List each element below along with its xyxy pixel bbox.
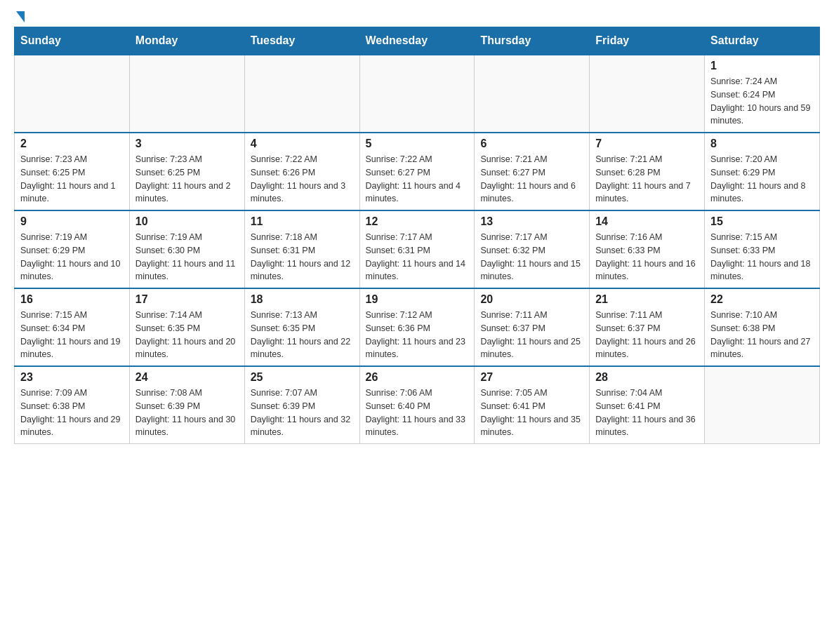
day-info: Sunrise: 7:19 AM Sunset: 6:29 PM Dayligh… (20, 231, 124, 283)
calendar-cell (590, 55, 705, 133)
day-number: 1 (710, 60, 814, 72)
day-info: Sunrise: 7:23 AM Sunset: 6:25 PM Dayligh… (135, 153, 239, 206)
logo-arrow-icon (16, 11, 25, 22)
day-number: 27 (480, 371, 583, 384)
day-info: Sunrise: 7:20 AM Sunset: 6:29 PM Dayligh… (710, 153, 814, 206)
day-info: Sunrise: 7:11 AM Sunset: 6:37 PM Dayligh… (595, 309, 699, 361)
day-number: 21 (595, 293, 699, 306)
calendar-cell: 10Sunrise: 7:19 AM Sunset: 6:30 PM Dayli… (129, 210, 244, 288)
day-number: 2 (20, 137, 124, 150)
day-number: 4 (251, 137, 354, 150)
day-info: Sunrise: 7:14 AM Sunset: 6:35 PM Dayligh… (135, 309, 239, 361)
day-info: Sunrise: 7:13 AM Sunset: 6:35 PM Dayligh… (251, 309, 354, 361)
logo (14, 14, 25, 20)
day-info: Sunrise: 7:15 AM Sunset: 6:34 PM Dayligh… (20, 309, 124, 361)
calendar-cell: 14Sunrise: 7:16 AM Sunset: 6:33 PM Dayli… (590, 210, 705, 288)
calendar-cell (705, 366, 820, 444)
calendar-cell: 26Sunrise: 7:06 AM Sunset: 6:40 PM Dayli… (359, 366, 475, 444)
calendar-cell: 1Sunrise: 7:24 AM Sunset: 6:24 PM Daylig… (705, 55, 820, 133)
calendar-header-thursday: Thursday (475, 27, 590, 55)
calendar-cell: 17Sunrise: 7:14 AM Sunset: 6:35 PM Dayli… (129, 288, 244, 366)
day-number: 19 (366, 293, 469, 306)
day-number: 10 (135, 215, 239, 228)
calendar-cell (359, 55, 475, 133)
day-number: 5 (366, 137, 469, 150)
day-number: 15 (710, 215, 814, 228)
calendar-cell: 4Sunrise: 7:22 AM Sunset: 6:26 PM Daylig… (244, 133, 359, 210)
day-info: Sunrise: 7:10 AM Sunset: 6:38 PM Dayligh… (710, 309, 814, 361)
calendar-week-4: 16Sunrise: 7:15 AM Sunset: 6:34 PM Dayli… (15, 288, 820, 366)
calendar-cell: 21Sunrise: 7:11 AM Sunset: 6:37 PM Dayli… (590, 288, 705, 366)
calendar-week-2: 2Sunrise: 7:23 AM Sunset: 6:25 PM Daylig… (15, 133, 820, 210)
day-info: Sunrise: 7:23 AM Sunset: 6:25 PM Dayligh… (20, 153, 124, 206)
calendar-cell: 2Sunrise: 7:23 AM Sunset: 6:25 PM Daylig… (15, 133, 130, 210)
calendar-cell (129, 55, 244, 133)
day-info: Sunrise: 7:12 AM Sunset: 6:36 PM Dayligh… (366, 309, 469, 361)
calendar-cell: 20Sunrise: 7:11 AM Sunset: 6:37 PM Dayli… (475, 288, 590, 366)
day-number: 12 (366, 215, 469, 228)
day-info: Sunrise: 7:15 AM Sunset: 6:33 PM Dayligh… (710, 231, 814, 283)
page-header (14, 14, 820, 20)
day-info: Sunrise: 7:17 AM Sunset: 6:31 PM Dayligh… (366, 231, 469, 283)
calendar-header-wednesday: Wednesday (359, 27, 475, 55)
day-info: Sunrise: 7:07 AM Sunset: 6:39 PM Dayligh… (251, 387, 354, 439)
day-number: 20 (480, 293, 583, 306)
day-info: Sunrise: 7:24 AM Sunset: 6:24 PM Dayligh… (710, 75, 814, 128)
calendar-header-tuesday: Tuesday (244, 27, 359, 55)
day-info: Sunrise: 7:22 AM Sunset: 6:27 PM Dayligh… (366, 153, 469, 206)
calendar-week-1: 1Sunrise: 7:24 AM Sunset: 6:24 PM Daylig… (15, 55, 820, 133)
calendar-cell: 6Sunrise: 7:21 AM Sunset: 6:27 PM Daylig… (475, 133, 590, 210)
calendar-cell: 25Sunrise: 7:07 AM Sunset: 6:39 PM Dayli… (244, 366, 359, 444)
day-info: Sunrise: 7:05 AM Sunset: 6:41 PM Dayligh… (480, 387, 583, 439)
calendar-cell: 8Sunrise: 7:20 AM Sunset: 6:29 PM Daylig… (705, 133, 820, 210)
calendar-cell: 22Sunrise: 7:10 AM Sunset: 6:38 PM Dayli… (705, 288, 820, 366)
calendar-header-sunday: Sunday (15, 27, 130, 55)
calendar-cell: 9Sunrise: 7:19 AM Sunset: 6:29 PM Daylig… (15, 210, 130, 288)
day-number: 7 (595, 137, 699, 150)
calendar-cell: 18Sunrise: 7:13 AM Sunset: 6:35 PM Dayli… (244, 288, 359, 366)
day-number: 24 (135, 371, 239, 384)
day-info: Sunrise: 7:06 AM Sunset: 6:40 PM Dayligh… (366, 387, 469, 439)
calendar-week-3: 9Sunrise: 7:19 AM Sunset: 6:29 PM Daylig… (15, 210, 820, 288)
day-info: Sunrise: 7:19 AM Sunset: 6:30 PM Dayligh… (135, 231, 239, 283)
calendar-cell: 12Sunrise: 7:17 AM Sunset: 6:31 PM Dayli… (359, 210, 475, 288)
day-info: Sunrise: 7:17 AM Sunset: 6:32 PM Dayligh… (480, 231, 583, 283)
day-info: Sunrise: 7:21 AM Sunset: 6:27 PM Dayligh… (480, 153, 583, 206)
day-number: 18 (251, 293, 354, 306)
calendar-header-saturday: Saturday (705, 27, 820, 55)
day-info: Sunrise: 7:16 AM Sunset: 6:33 PM Dayligh… (595, 231, 699, 283)
calendar-cell: 19Sunrise: 7:12 AM Sunset: 6:36 PM Dayli… (359, 288, 475, 366)
calendar-cell: 27Sunrise: 7:05 AM Sunset: 6:41 PM Dayli… (475, 366, 590, 444)
day-info: Sunrise: 7:04 AM Sunset: 6:41 PM Dayligh… (595, 387, 699, 439)
calendar-week-5: 23Sunrise: 7:09 AM Sunset: 6:38 PM Dayli… (15, 366, 820, 444)
calendar-header-row: SundayMondayTuesdayWednesdayThursdayFrid… (15, 27, 820, 55)
calendar-cell: 28Sunrise: 7:04 AM Sunset: 6:41 PM Dayli… (590, 366, 705, 444)
calendar-cell (244, 55, 359, 133)
calendar-cell: 13Sunrise: 7:17 AM Sunset: 6:32 PM Dayli… (475, 210, 590, 288)
calendar-cell: 23Sunrise: 7:09 AM Sunset: 6:38 PM Dayli… (15, 366, 130, 444)
calendar-table: SundayMondayTuesdayWednesdayThursdayFrid… (14, 27, 820, 444)
calendar-cell: 16Sunrise: 7:15 AM Sunset: 6:34 PM Dayli… (15, 288, 130, 366)
day-number: 14 (595, 215, 699, 228)
day-number: 3 (135, 137, 239, 150)
day-info: Sunrise: 7:18 AM Sunset: 6:31 PM Dayligh… (251, 231, 354, 283)
calendar-cell: 11Sunrise: 7:18 AM Sunset: 6:31 PM Dayli… (244, 210, 359, 288)
calendar-cell: 7Sunrise: 7:21 AM Sunset: 6:28 PM Daylig… (590, 133, 705, 210)
day-info: Sunrise: 7:09 AM Sunset: 6:38 PM Dayligh… (20, 387, 124, 439)
day-number: 9 (20, 215, 124, 228)
day-info: Sunrise: 7:11 AM Sunset: 6:37 PM Dayligh… (480, 309, 583, 361)
day-info: Sunrise: 7:21 AM Sunset: 6:28 PM Dayligh… (595, 153, 699, 206)
calendar-cell: 3Sunrise: 7:23 AM Sunset: 6:25 PM Daylig… (129, 133, 244, 210)
day-number: 16 (20, 293, 124, 306)
day-number: 13 (480, 215, 583, 228)
day-number: 11 (251, 215, 354, 228)
day-number: 22 (710, 293, 814, 306)
day-info: Sunrise: 7:22 AM Sunset: 6:26 PM Dayligh… (251, 153, 354, 206)
day-number: 6 (480, 137, 583, 150)
day-number: 25 (251, 371, 354, 384)
calendar-header-monday: Monday (129, 27, 244, 55)
calendar-cell (15, 55, 130, 133)
day-number: 8 (710, 137, 814, 150)
calendar-cell: 15Sunrise: 7:15 AM Sunset: 6:33 PM Dayli… (705, 210, 820, 288)
day-number: 23 (20, 371, 124, 384)
